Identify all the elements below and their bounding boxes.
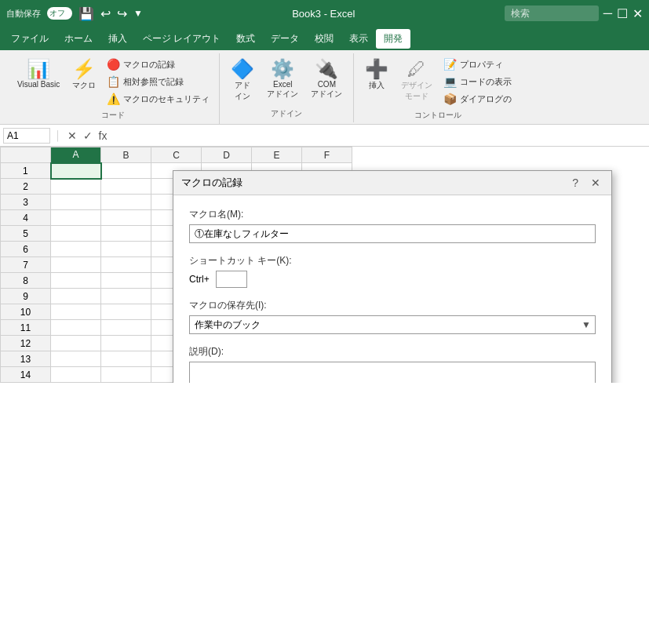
ribbon-btn-properties[interactable]: 📝 プロパティ [440, 56, 515, 72]
insert-control-icon: ➕ [365, 60, 388, 78]
row-num: 13 [1, 351, 51, 367]
shortcut-label: ショートカット キー(K): [189, 254, 596, 267]
ribbon-items-controls: ➕ 挿入 🖊 デザインモード 📝 プロパティ 💻 コードの表示 📦 ダイアログ [360, 56, 515, 107]
formula-bar: │ ✕ ✓ fx [0, 125, 649, 147]
ribbon-btn-excel-addin[interactable]: ⚙️ Excelアドイン [262, 56, 303, 103]
formula-separator: │ [55, 130, 61, 141]
relative-ref-icon: 📋 [107, 75, 120, 88]
addin-label: アドイン [235, 80, 250, 102]
record-macro-label: マクロの記録 [123, 59, 175, 71]
menu-file[interactable]: ファイル [3, 29, 57, 49]
col-header-c[interactable]: C [151, 147, 202, 163]
dialog-title-actions: ? ✕ [569, 176, 603, 190]
ribbon-items-addin: 🔷 アドイン ⚙️ Excelアドイン 🔌 COMアドイン [226, 56, 347, 105]
ribbon-btn-com-addin[interactable]: 🔌 COMアドイン [306, 56, 347, 103]
function-btn[interactable]: fx [97, 128, 109, 144]
save-location-select[interactable]: 作業中のブック 新しいブック 個人用マクロ ブック [189, 315, 596, 334]
ribbon-btn-dialog[interactable]: 📦 ダイアログの [440, 91, 515, 107]
properties-icon: 📝 [443, 58, 457, 71]
row-num: 5 [1, 226, 51, 242]
cell-b1[interactable] [101, 163, 151, 179]
undo-btn[interactable]: ↩ [100, 6, 111, 21]
row-num: 4 [1, 210, 51, 226]
col-header-b[interactable]: B [101, 147, 151, 163]
menu-page-layout[interactable]: ページ レイアウト [135, 29, 228, 49]
com-addin-icon: 🔌 [315, 60, 338, 78]
autosave-label: 自動保存 [6, 8, 41, 20]
col-header-d[interactable]: D [202, 147, 252, 163]
title-bar-right: ─ ☐ ✕ [505, 5, 643, 21]
ribbon-btn-design-mode[interactable]: 🖊 デザインモード [396, 56, 437, 105]
visual-basic-icon: 📊 [27, 60, 50, 78]
record-macro-icon: 🔴 [107, 58, 120, 71]
ribbon-btn-view-code[interactable]: 💻 コードの表示 [440, 74, 515, 89]
menu-formula[interactable]: 数式 [228, 29, 263, 49]
ribbon-btn-record-macro[interactable]: 🔴 マクロの記録 [104, 56, 213, 72]
row-num-1: 1 [1, 163, 51, 179]
cancel-formula-btn[interactable]: ✕ [66, 128, 78, 144]
spreadsheet-area: A B C D E F 1 2 3 4 5 6 7 [0, 147, 649, 383]
title-bar-left: 自動保存 オフ 💾 ↩ ↪ ▼ [6, 6, 143, 21]
design-mode-label: デザインモード [401, 80, 432, 102]
shortcut-key-input[interactable] [216, 271, 247, 288]
row-num: 12 [1, 336, 51, 351]
search-input[interactable] [505, 5, 599, 21]
minimize-btn[interactable]: ─ [603, 6, 612, 20]
menu-insert[interactable]: 挿入 [100, 29, 135, 49]
dialog-help-btn[interactable]: ? [569, 176, 582, 190]
col-header-f[interactable]: F [302, 147, 352, 163]
code-group-label: コード [13, 107, 213, 121]
dialog-icon: 📦 [443, 93, 457, 105]
menu-review[interactable]: 校閲 [307, 29, 341, 49]
confirm-formula-btn[interactable]: ✓ [82, 128, 94, 144]
row-num: 10 [1, 304, 51, 320]
properties-label: プロパティ [460, 59, 503, 71]
ribbon-btn-relative-ref[interactable]: 📋 相対参照で記録 [104, 74, 213, 89]
dialog-label: ダイアログの [460, 93, 512, 105]
formula-input[interactable] [111, 130, 646, 141]
menu-data[interactable]: データ [263, 29, 307, 49]
addin-icon: 🔷 [231, 60, 254, 78]
row-num: 8 [1, 273, 51, 289]
com-addin-label: COMアドイン [311, 80, 342, 100]
menu-home[interactable]: ホーム [57, 29, 100, 49]
macro-name-input[interactable] [189, 224, 596, 243]
maximize-btn[interactable]: ☐ [617, 6, 628, 21]
macro-security-label: マクロのセキュリティ [123, 93, 210, 105]
ribbon-btn-visual-basic[interactable]: 📊 Visual Basic [13, 56, 64, 92]
ribbon: 📊 Visual Basic ⚡ マクロ 🔴 マクロの記録 📋 相対参照で記録 … [0, 50, 649, 125]
dialog-close-btn[interactable]: ✕ [588, 176, 603, 190]
excel-addin-icon: ⚙️ [271, 60, 294, 78]
menu-developer[interactable]: 開発 [376, 29, 410, 49]
dialog-title: マクロの記録 [181, 176, 242, 190]
cell-a1[interactable] [51, 163, 101, 179]
col-header-a[interactable]: A [51, 147, 101, 163]
ribbon-btn-insert-control[interactable]: ➕ 挿入 [360, 56, 393, 94]
ribbon-btn-macro-security[interactable]: ⚠️ マクロのセキュリティ [104, 91, 213, 107]
save-icon[interactable]: 💾 [78, 6, 94, 21]
row-num: 7 [1, 257, 51, 273]
ribbon-btn-macro[interactable]: ⚡ マクロ [67, 56, 100, 94]
menu-view[interactable]: 表示 [341, 29, 376, 49]
macro-icon: ⚡ [72, 60, 96, 78]
row-num: 9 [1, 289, 51, 304]
save-location-select-wrapper: 作業中のブック 新しいブック 個人用マクロ ブック ▼ [189, 315, 596, 334]
dialog-body: マクロ名(M): ショートカット キー(K): Ctrl+ マクロの保存先(I)… [173, 195, 611, 383]
col-header-e[interactable]: E [252, 147, 302, 163]
ribbon-group-controls: ➕ 挿入 🖊 デザインモード 📝 プロパティ 💻 コードの表示 📦 ダイアログ [354, 53, 521, 124]
macro-label: マクロ [72, 80, 96, 91]
quick-access-more[interactable]: ▼ [133, 8, 143, 19]
redo-btn[interactable]: ↪ [117, 6, 127, 21]
macro-name-label: マクロ名(M): [189, 208, 596, 221]
description-textarea[interactable] [189, 362, 596, 383]
ribbon-btn-addin[interactable]: 🔷 アドイン [226, 56, 259, 105]
cell-ref-box[interactable] [3, 128, 50, 144]
addin-group-label: アドイン [226, 105, 347, 119]
close-btn[interactable]: ✕ [633, 6, 643, 21]
menu-bar: ファイル ホーム 挿入 ページ レイアウト 数式 データ 校閲 表示 開発 [0, 27, 649, 50]
shortcut-row: ショートカット キー(K): Ctrl+ [189, 254, 596, 288]
macro-name-row: マクロ名(M): [189, 208, 596, 243]
autosave-toggle[interactable]: オフ [47, 7, 72, 20]
row-num: 11 [1, 320, 51, 336]
app-title: Book3 - Excel [292, 8, 355, 20]
